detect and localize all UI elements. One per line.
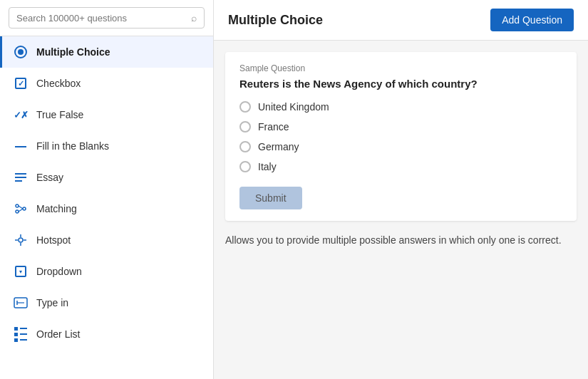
svg-line-3	[19, 206, 23, 209]
option-row-1: United Kingdom	[239, 101, 562, 113]
sidebar: ⌕ Multiple Choice Checkbox ✓✗ True False	[0, 0, 214, 379]
sidebar-item-true-false[interactable]: ✓✗ True False	[0, 99, 213, 130]
svg-point-5	[19, 238, 23, 242]
search-icon: ⌕	[191, 12, 197, 24]
sidebar-item-matching[interactable]: Matching	[0, 193, 213, 224]
sidebar-item-type-in[interactable]: Type in	[0, 287, 213, 318]
svg-point-2	[23, 207, 26, 210]
sidebar-item-label: Multiple Choice	[36, 46, 110, 58]
svg-point-0	[16, 204, 19, 207]
sidebar-item-label: Checkbox	[36, 78, 81, 89]
type-in-icon	[14, 296, 28, 310]
search-container: ⌕	[0, 0, 213, 36]
main-content: Multiple Choice Add Question Sample Ques…	[214, 0, 588, 379]
sidebar-item-label: Order List	[36, 328, 80, 340]
sidebar-item-label: Matching	[36, 203, 77, 214]
add-question-button[interactable]: Add Question	[490, 9, 574, 31]
sample-card: Sample Question Reuters is the News Agen…	[225, 52, 577, 221]
option-row-3: Germany	[239, 141, 562, 152]
sidebar-item-fill-in-the-blanks[interactable]: Fill in the Blanks	[0, 130, 213, 162]
submit-button[interactable]: Submit	[239, 187, 302, 209]
dropdown-icon: ▾	[14, 264, 28, 279]
sidebar-item-label: Type in	[36, 297, 68, 308]
matching-icon	[14, 202, 28, 216]
order-list-icon	[14, 327, 28, 341]
option-radio-1[interactable]	[239, 101, 251, 113]
nav-list: Multiple Choice Checkbox ✓✗ True False F…	[0, 36, 213, 379]
checkbox-icon	[14, 76, 28, 90]
fill-blanks-icon	[14, 139, 28, 153]
sidebar-item-hotspot[interactable]: Hotspot	[0, 224, 213, 256]
radio-circle-icon	[14, 45, 28, 59]
description-text: Allows you to provide multiple possible …	[225, 232, 577, 248]
option-row-2: France	[239, 121, 562, 133]
svg-point-1	[16, 210, 19, 213]
sidebar-item-order-list[interactable]: Order List	[0, 318, 213, 350]
sidebar-item-essay[interactable]: Essay	[0, 162, 213, 193]
option-radio-3[interactable]	[239, 141, 251, 152]
search-input[interactable]	[16, 13, 191, 24]
sidebar-item-label: Fill in the Blanks	[36, 140, 109, 152]
option-radio-2[interactable]	[239, 121, 251, 133]
sidebar-item-multiple-choice[interactable]: Multiple Choice	[0, 36, 213, 68]
option-row-4: Italy	[239, 161, 562, 172]
sidebar-item-label: Essay	[36, 172, 63, 183]
option-label-4: Italy	[258, 161, 277, 172]
essay-icon	[14, 170, 28, 185]
sidebar-item-label: Dropdown	[36, 266, 82, 277]
option-label-2: France	[258, 121, 289, 133]
option-label-3: Germany	[258, 141, 299, 152]
sample-label: Sample Question	[239, 63, 562, 73]
search-box: ⌕	[9, 7, 205, 28]
main-header: Multiple Choice Add Question	[214, 0, 588, 41]
sidebar-item-dropdown[interactable]: ▾ Dropdown	[0, 256, 213, 287]
option-label-1: United Kingdom	[258, 101, 329, 113]
sidebar-item-label: True False	[36, 109, 83, 120]
hotspot-icon	[14, 233, 28, 247]
svg-line-4	[19, 209, 23, 212]
truefalse-icon: ✓✗	[14, 108, 28, 122]
question-text: Reuters is the News Agency of which coun…	[239, 78, 562, 90]
page-title: Multiple Choice	[228, 13, 323, 28]
option-radio-4[interactable]	[239, 161, 251, 172]
sidebar-item-label: Hotspot	[36, 234, 71, 246]
sidebar-item-checkbox[interactable]: Checkbox	[0, 68, 213, 99]
